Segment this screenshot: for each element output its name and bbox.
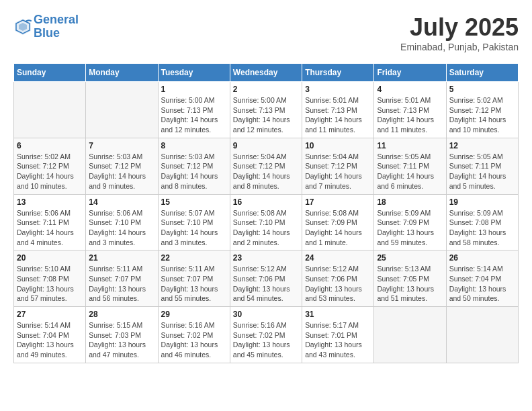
calendar-cell: 31Sunrise: 5:17 AM Sunset: 7:01 PM Dayli… <box>302 307 374 363</box>
calendar-cell: 1Sunrise: 5:00 AM Sunset: 7:13 PM Daylig… <box>158 82 230 138</box>
day-number: 29 <box>161 310 227 319</box>
day-detail: Sunrise: 5:16 AM Sunset: 7:02 PM Dayligh… <box>161 320 227 360</box>
day-detail: Sunrise: 5:15 AM Sunset: 7:03 PM Dayligh… <box>89 320 154 360</box>
col-header-friday: Friday <box>374 64 446 82</box>
calendar-cell: 24Sunrise: 5:12 AM Sunset: 7:06 PM Dayli… <box>302 250 374 307</box>
day-number: 28 <box>89 310 154 319</box>
calendar-cell: 23Sunrise: 5:12 AM Sunset: 7:06 PM Dayli… <box>230 250 302 307</box>
calendar-cell: 19Sunrise: 5:09 AM Sunset: 7:08 PM Dayli… <box>446 194 518 250</box>
title-block: July 2025 Eminabad, Punjab, Pakistan <box>400 13 519 52</box>
day-detail: Sunrise: 5:12 AM Sunset: 7:06 PM Dayligh… <box>233 264 299 304</box>
day-number: 9 <box>233 141 299 150</box>
day-detail: Sunrise: 5:11 AM Sunset: 7:07 PM Dayligh… <box>89 264 154 304</box>
day-number: 15 <box>161 197 227 207</box>
logo-general: General <box>34 13 79 26</box>
logo: General Blue <box>13 13 79 40</box>
day-number: 3 <box>305 85 371 94</box>
day-number: 20 <box>17 253 83 263</box>
calendar-cell: 13Sunrise: 5:06 AM Sunset: 7:11 PM Dayli… <box>14 194 86 250</box>
day-number: 23 <box>233 253 299 263</box>
day-number: 2 <box>233 85 299 94</box>
day-detail: Sunrise: 5:01 AM Sunset: 7:13 PM Dayligh… <box>305 95 371 135</box>
logo-blue: Blue <box>34 26 60 40</box>
day-number: 4 <box>377 85 443 94</box>
week-row-2: 6Sunrise: 5:02 AM Sunset: 7:12 PM Daylig… <box>14 138 519 194</box>
col-header-saturday: Saturday <box>446 64 518 82</box>
day-number: 8 <box>161 141 227 150</box>
calendar-cell: 20Sunrise: 5:10 AM Sunset: 7:08 PM Dayli… <box>14 250 86 307</box>
day-detail: Sunrise: 5:14 AM Sunset: 7:04 PM Dayligh… <box>449 264 515 304</box>
calendar-cell: 21Sunrise: 5:11 AM Sunset: 7:07 PM Dayli… <box>86 250 158 307</box>
day-detail: Sunrise: 5:17 AM Sunset: 7:01 PM Dayligh… <box>305 320 371 360</box>
day-number: 13 <box>17 197 83 207</box>
day-detail: Sunrise: 5:04 AM Sunset: 7:12 PM Dayligh… <box>305 152 371 191</box>
calendar-cell: 30Sunrise: 5:16 AM Sunset: 7:02 PM Dayli… <box>230 307 302 363</box>
day-detail: Sunrise: 5:09 AM Sunset: 7:08 PM Dayligh… <box>449 208 515 248</box>
day-detail: Sunrise: 5:05 AM Sunset: 7:11 PM Dayligh… <box>449 152 515 191</box>
day-number: 22 <box>161 253 227 263</box>
day-number: 10 <box>305 141 371 150</box>
day-detail: Sunrise: 5:02 AM Sunset: 7:12 PM Dayligh… <box>449 95 515 135</box>
calendar-cell <box>374 307 446 363</box>
day-detail: Sunrise: 5:09 AM Sunset: 7:09 PM Dayligh… <box>377 208 443 248</box>
week-row-1: 1Sunrise: 5:00 AM Sunset: 7:13 PM Daylig… <box>14 82 519 138</box>
day-number: 16 <box>233 197 299 207</box>
day-number: 19 <box>449 197 515 207</box>
day-number: 5 <box>449 85 515 94</box>
day-detail: Sunrise: 5:06 AM Sunset: 7:11 PM Dayligh… <box>17 208 83 248</box>
calendar-cell: 22Sunrise: 5:11 AM Sunset: 7:07 PM Dayli… <box>158 250 230 307</box>
day-number: 18 <box>377 197 443 207</box>
day-detail: Sunrise: 5:14 AM Sunset: 7:04 PM Dayligh… <box>17 320 83 360</box>
calendar-cell: 26Sunrise: 5:14 AM Sunset: 7:04 PM Dayli… <box>446 250 518 307</box>
day-detail: Sunrise: 5:05 AM Sunset: 7:11 PM Dayligh… <box>377 152 443 191</box>
calendar-cell <box>86 82 158 138</box>
day-number: 11 <box>377 141 443 150</box>
header-row: SundayMondayTuesdayWednesdayThursdayFrid… <box>14 64 519 82</box>
calendar-cell: 28Sunrise: 5:15 AM Sunset: 7:03 PM Dayli… <box>86 307 158 363</box>
col-header-tuesday: Tuesday <box>158 64 230 82</box>
calendar-cell: 14Sunrise: 5:06 AM Sunset: 7:10 PM Dayli… <box>86 194 158 250</box>
day-detail: Sunrise: 5:00 AM Sunset: 7:13 PM Dayligh… <box>233 95 299 135</box>
month-title: July 2025 <box>400 13 519 42</box>
calendar-cell: 3Sunrise: 5:01 AM Sunset: 7:13 PM Daylig… <box>302 82 374 138</box>
day-detail: Sunrise: 5:07 AM Sunset: 7:10 PM Dayligh… <box>161 208 227 248</box>
day-number: 6 <box>17 141 83 150</box>
day-number: 24 <box>305 253 371 263</box>
day-number: 27 <box>17 310 83 319</box>
day-number: 12 <box>449 141 515 150</box>
day-detail: Sunrise: 5:12 AM Sunset: 7:06 PM Dayligh… <box>305 264 371 304</box>
day-number: 31 <box>305 310 371 319</box>
calendar-cell <box>446 307 518 363</box>
day-detail: Sunrise: 5:08 AM Sunset: 7:09 PM Dayligh… <box>305 208 371 248</box>
day-detail: Sunrise: 5:13 AM Sunset: 7:05 PM Dayligh… <box>377 264 443 304</box>
col-header-thursday: Thursday <box>302 64 374 82</box>
week-row-4: 20Sunrise: 5:10 AM Sunset: 7:08 PM Dayli… <box>14 250 519 307</box>
day-detail: Sunrise: 5:03 AM Sunset: 7:12 PM Dayligh… <box>161 152 227 191</box>
day-number: 25 <box>377 253 443 263</box>
calendar-cell: 8Sunrise: 5:03 AM Sunset: 7:12 PM Daylig… <box>158 138 230 194</box>
calendar-table: SundayMondayTuesdayWednesdayThursdayFrid… <box>13 63 519 363</box>
col-header-sunday: Sunday <box>14 64 86 82</box>
calendar-cell <box>14 82 86 138</box>
calendar-cell: 10Sunrise: 5:04 AM Sunset: 7:12 PM Dayli… <box>302 138 374 194</box>
calendar-cell: 4Sunrise: 5:01 AM Sunset: 7:13 PM Daylig… <box>374 82 446 138</box>
day-number: 14 <box>89 197 154 207</box>
calendar-cell: 7Sunrise: 5:03 AM Sunset: 7:12 PM Daylig… <box>86 138 158 194</box>
calendar-cell: 2Sunrise: 5:00 AM Sunset: 7:13 PM Daylig… <box>230 82 302 138</box>
day-detail: Sunrise: 5:03 AM Sunset: 7:12 PM Dayligh… <box>89 152 154 191</box>
day-number: 30 <box>233 310 299 319</box>
day-number: 17 <box>305 197 371 207</box>
day-detail: Sunrise: 5:06 AM Sunset: 7:10 PM Dayligh… <box>89 208 154 248</box>
page-header: General Blue July 2025 Eminabad, Punjab,… <box>13 13 519 52</box>
calendar-cell: 25Sunrise: 5:13 AM Sunset: 7:05 PM Dayli… <box>374 250 446 307</box>
calendar-cell: 11Sunrise: 5:05 AM Sunset: 7:11 PM Dayli… <box>374 138 446 194</box>
calendar-cell: 29Sunrise: 5:16 AM Sunset: 7:02 PM Dayli… <box>158 307 230 363</box>
day-detail: Sunrise: 5:01 AM Sunset: 7:13 PM Dayligh… <box>377 95 443 135</box>
day-number: 26 <box>449 253 515 263</box>
day-detail: Sunrise: 5:04 AM Sunset: 7:12 PM Dayligh… <box>233 152 299 191</box>
day-number: 1 <box>161 85 227 94</box>
day-detail: Sunrise: 5:08 AM Sunset: 7:10 PM Dayligh… <box>233 208 299 248</box>
calendar-cell: 12Sunrise: 5:05 AM Sunset: 7:11 PM Dayli… <box>446 138 518 194</box>
calendar-cell: 18Sunrise: 5:09 AM Sunset: 7:09 PM Dayli… <box>374 194 446 250</box>
day-detail: Sunrise: 5:11 AM Sunset: 7:07 PM Dayligh… <box>161 264 227 304</box>
